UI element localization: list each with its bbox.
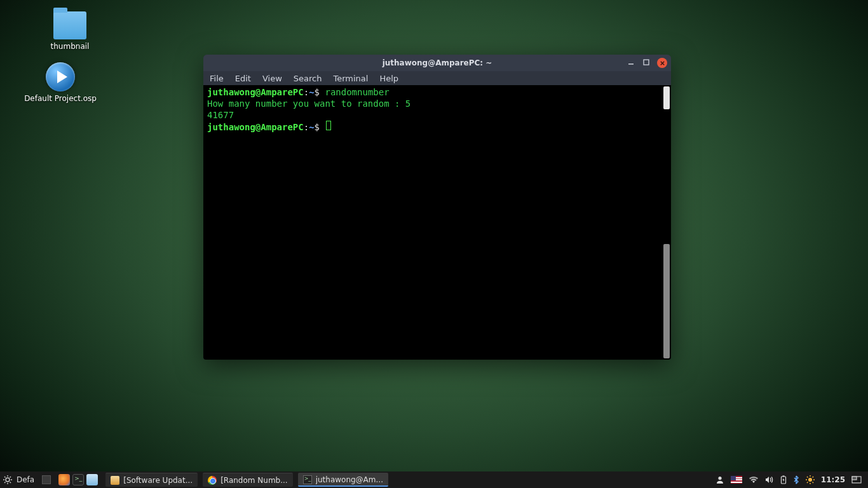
battery-icon[interactable] xyxy=(780,475,787,484)
window-close-button[interactable] xyxy=(657,58,667,68)
svg-point-11 xyxy=(718,477,721,480)
show-desktop-button[interactable] xyxy=(42,475,51,484)
prompt-symbol: $ xyxy=(315,87,320,97)
prompt-path: ~ xyxy=(309,122,314,132)
window-titlebar[interactable]: juthawong@AmparePC: ~ xyxy=(203,55,671,71)
prompt-path: ~ xyxy=(309,87,314,97)
quick-launch xyxy=(58,474,98,485)
taskbar-button-random-number[interactable]: [Random Numb... xyxy=(203,473,293,487)
window-maximize-button[interactable] xyxy=(642,58,651,67)
system-tray: 11:25 xyxy=(712,475,865,484)
svg-point-2 xyxy=(6,478,10,482)
menu-search[interactable]: Search xyxy=(294,74,322,83)
terminal-launcher[interactable] xyxy=(72,474,84,485)
svg-point-14 xyxy=(808,478,812,482)
keyboard-layout-icon[interactable] xyxy=(731,476,742,484)
desktop-icon-label: thumbnail xyxy=(32,42,108,51)
desktop-icon-default-project[interactable]: Default Project.osp xyxy=(22,62,98,103)
taskbar-button-label: [Random Numb... xyxy=(220,476,288,485)
terminal-window: juthawong@AmparePC: ~ File Edit View Sea… xyxy=(203,55,671,360)
workspace-switcher-icon[interactable] xyxy=(851,476,862,484)
desktop-icon-label: Default Project.osp xyxy=(22,94,98,103)
terminal-icon xyxy=(303,475,312,484)
applications-menu-icon[interactable] xyxy=(3,475,13,485)
terminal-command: randomnumber xyxy=(325,87,389,97)
wifi-icon[interactable] xyxy=(749,476,759,484)
svg-line-20 xyxy=(812,482,813,483)
chrome-icon xyxy=(208,476,217,485)
applications-menu-label[interactable]: Defa xyxy=(17,475,34,484)
svg-line-9 xyxy=(10,477,11,478)
window-menubar: File Edit View Search Terminal Help xyxy=(203,71,671,85)
svg-line-7 xyxy=(4,477,6,478)
firefox-launcher[interactable] xyxy=(58,474,70,485)
terminal-cursor xyxy=(326,121,331,130)
svg-line-21 xyxy=(812,477,813,477)
menu-edit[interactable]: Edit xyxy=(235,74,251,83)
folder-icon xyxy=(53,11,86,39)
clock[interactable]: 11:25 xyxy=(821,475,845,484)
user-icon[interactable] xyxy=(715,475,724,484)
play-icon xyxy=(46,62,75,92)
taskbar-button-software-updater[interactable]: [Software Updat... xyxy=(105,473,198,487)
prompt-symbol: $ xyxy=(315,122,320,132)
terminal-scrollbar-track[interactable] xyxy=(663,244,670,358)
taskbar-window-list: [Software Updat... [Random Numb... jutha… xyxy=(105,473,712,487)
svg-line-22 xyxy=(807,482,808,483)
svg-rect-24 xyxy=(852,477,857,480)
svg-rect-1 xyxy=(644,60,649,65)
taskbar-button-terminal[interactable]: juthawong@Am... xyxy=(298,473,388,487)
svg-rect-13 xyxy=(782,476,784,477)
menu-terminal[interactable]: Terminal xyxy=(333,74,368,83)
window-title: juthawong@AmparePC: ~ xyxy=(203,58,671,67)
taskbar-button-label: juthawong@Am... xyxy=(316,475,383,484)
desktop-icon-thumbnail[interactable]: thumbnail xyxy=(32,11,108,51)
menu-file[interactable]: File xyxy=(210,74,224,83)
svg-line-8 xyxy=(10,482,11,484)
prompt-user: juthawong@AmparePC xyxy=(207,122,304,132)
svg-line-10 xyxy=(4,482,6,484)
svg-line-19 xyxy=(807,477,808,477)
bluetooth-icon[interactable] xyxy=(793,475,799,484)
terminal-output-line: 41677 xyxy=(207,109,667,121)
notification-icon[interactable] xyxy=(806,475,815,484)
svg-rect-0 xyxy=(628,64,634,65)
terminal-output-line: How many number you want to random : 5 xyxy=(207,98,667,109)
menu-view[interactable]: View xyxy=(262,74,282,83)
files-launcher[interactable] xyxy=(86,474,98,485)
taskbar-button-label: [Software Updat... xyxy=(123,476,193,485)
terminal-line: juthawong@AmparePC:~$ xyxy=(207,121,667,133)
updater-icon xyxy=(111,476,119,485)
taskbar: Defa [Software Updat... [Random Numb... … xyxy=(0,471,868,488)
terminal-scrollbar[interactable] xyxy=(663,86,670,109)
prompt-user: juthawong@AmparePC xyxy=(207,87,304,97)
terminal-body[interactable]: juthawong@AmparePC:~$ randomnumber How m… xyxy=(203,85,671,360)
window-minimize-button[interactable] xyxy=(627,58,635,67)
volume-icon[interactable] xyxy=(765,476,774,484)
terminal-line: juthawong@AmparePC:~$ randomnumber xyxy=(207,86,667,98)
menu-help[interactable]: Help xyxy=(379,74,398,83)
